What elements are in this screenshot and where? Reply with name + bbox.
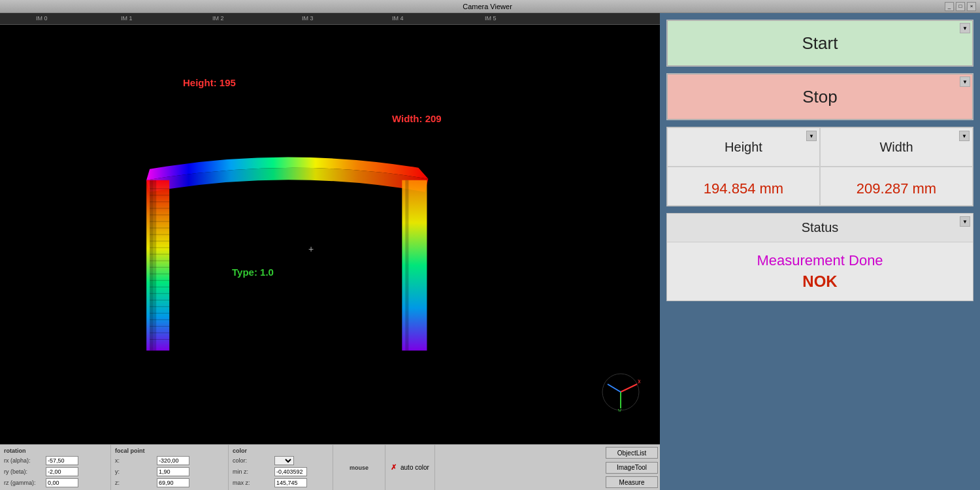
canvas-area[interactable]: Height: 195 Width: 209 Type: 1.0 +	[0, 25, 660, 444]
fx-label: x:	[115, 457, 154, 464]
maximize-button[interactable]: □	[956, 2, 965, 11]
status-dropdown-icon[interactable]: ▼	[960, 216, 970, 227]
ry-input[interactable]	[46, 467, 78, 476]
focal-x-row: x:	[115, 456, 224, 465]
auto-color-row: ✗ auto color	[385, 445, 435, 490]
fz-input[interactable]	[157, 478, 189, 487]
ruler-mark-im1: IM 1	[121, 15, 133, 22]
right-panel: ▼ Start ▼ Stop ▼ Height ▼ Width 194.854 …	[660, 13, 980, 490]
stop-button[interactable]: Stop	[667, 74, 973, 120]
3d-shape-svg	[0, 25, 660, 444]
mouse-col: mouse	[333, 445, 385, 490]
maxz-label: max z:	[233, 480, 272, 486]
fy-input[interactable]	[157, 467, 189, 476]
fz-label: z:	[115, 480, 154, 486]
color-label: color:	[233, 457, 272, 464]
axis-indicator: x y	[601, 372, 640, 412]
rz-label: rz (gamma):	[4, 480, 43, 486]
title-bar: Camera Viewer _ □ ×	[0, 0, 980, 13]
svg-text:x: x	[638, 378, 640, 385]
maxz-row: max z:	[233, 478, 329, 487]
measurement-card: ▼ Height ▼ Width 194.854 mm 209.287 mm	[666, 127, 973, 206]
height-label: Height	[725, 140, 762, 155]
ruler-mark-im0: IM 0	[36, 15, 48, 22]
maxz-input[interactable]	[274, 478, 307, 487]
focal-z-row: z:	[115, 478, 224, 487]
rotation-ry-row: ry (beta):	[4, 467, 106, 476]
color-row: color:	[233, 456, 329, 465]
status-header: Status	[667, 214, 973, 242]
width-value-cell: 209.287 mm	[820, 167, 973, 206]
measurement-done-label: Measurement Done	[677, 252, 963, 269]
start-dropdown-icon[interactable]: ▼	[960, 23, 970, 33]
height-value: 194.854 mm	[704, 180, 783, 197]
ruler-mark-im2: IM 2	[212, 15, 224, 22]
minz-input[interactable]	[274, 467, 307, 476]
rz-input[interactable]	[46, 478, 78, 487]
side-buttons: ObjectList ImageTool Measure	[604, 445, 660, 490]
svg-rect-2	[153, 180, 156, 351]
close-button[interactable]: ×	[967, 2, 976, 11]
rotation-rx-row: rx (alpha):	[4, 456, 106, 465]
minz-label: min z:	[233, 468, 272, 475]
window-title: Camera Viewer	[30, 3, 945, 10]
height-dropdown-icon[interactable]: ▼	[806, 131, 817, 141]
svg-line-34	[608, 384, 621, 392]
height-label-cell: ▼ Height	[667, 127, 820, 167]
viewer-panel: IM 0 IM 1 IM 2 IM 3 IM 4 IM 5 Height: 19…	[0, 13, 660, 490]
measure-button[interactable]: Measure	[606, 476, 658, 488]
checkbox-x-icon: ✗	[391, 463, 397, 472]
rx-input[interactable]	[46, 456, 78, 465]
ry-label: ry (beta):	[4, 468, 43, 475]
rotation-rz-row: rz (gamma):	[4, 478, 106, 487]
main-content: IM 0 IM 1 IM 2 IM 3 IM 4 IM 5 Height: 19…	[0, 13, 980, 490]
focal-col: focal point x: y: z:	[111, 445, 229, 490]
ruler-bar: IM 0 IM 1 IM 2 IM 3 IM 4 IM 5	[0, 13, 660, 25]
objectlist-button[interactable]: ObjectList	[606, 447, 658, 459]
focal-label: focal point	[115, 448, 224, 454]
svg-rect-4	[405, 180, 408, 351]
svg-line-30	[621, 384, 637, 392]
ruler-mark-im5: IM 5	[485, 15, 497, 22]
width-label: Width	[879, 140, 913, 155]
window-controls[interactable]: _ □ ×	[945, 2, 976, 11]
rx-label: rx (alpha):	[4, 457, 43, 464]
auto-color-label: auto color	[400, 464, 429, 471]
mouse-label: mouse	[350, 465, 368, 471]
rotation-label: rotation	[4, 448, 106, 454]
status-card: ▼ Status Measurement Done NOK	[666, 213, 973, 301]
start-card: ▼ Start	[666, 20, 973, 67]
svg-text:y: y	[618, 407, 621, 412]
bottom-bar: rotation rx (alpha): ry (beta): rz (gamm…	[0, 444, 660, 490]
measure-grid: ▼ Height ▼ Width 194.854 mm 209.287 mm	[667, 127, 973, 206]
minimize-button[interactable]: _	[945, 2, 954, 11]
width-dropdown-icon[interactable]: ▼	[959, 131, 970, 141]
minz-row: min z:	[233, 467, 329, 476]
svg-rect-1	[150, 180, 153, 351]
color-label-header: color	[233, 448, 329, 454]
stop-dropdown-icon[interactable]: ▼	[960, 76, 970, 87]
width-label-cell: ▼ Width	[820, 127, 973, 167]
stop-card: ▼ Stop	[666, 73, 973, 120]
color-select[interactable]	[274, 456, 294, 465]
color-col: color color: min z: max z:	[229, 445, 333, 490]
imagetool-button[interactable]: ImageTool	[606, 462, 658, 474]
status-body: Measurement Done NOK	[667, 242, 973, 301]
start-button[interactable]: Start	[667, 20, 973, 66]
ruler-mark-im3: IM 3	[302, 15, 314, 22]
focal-y-row: y:	[115, 467, 224, 476]
rotation-col: rotation rx (alpha): ry (beta): rz (gamm…	[0, 445, 111, 490]
height-value-cell: 194.854 mm	[667, 167, 820, 206]
fy-label: y:	[115, 468, 154, 475]
ruler-mark-im4: IM 4	[392, 15, 404, 22]
nok-label: NOK	[677, 272, 963, 291]
width-value: 209.287 mm	[857, 180, 936, 197]
fx-input[interactable]	[157, 456, 189, 465]
